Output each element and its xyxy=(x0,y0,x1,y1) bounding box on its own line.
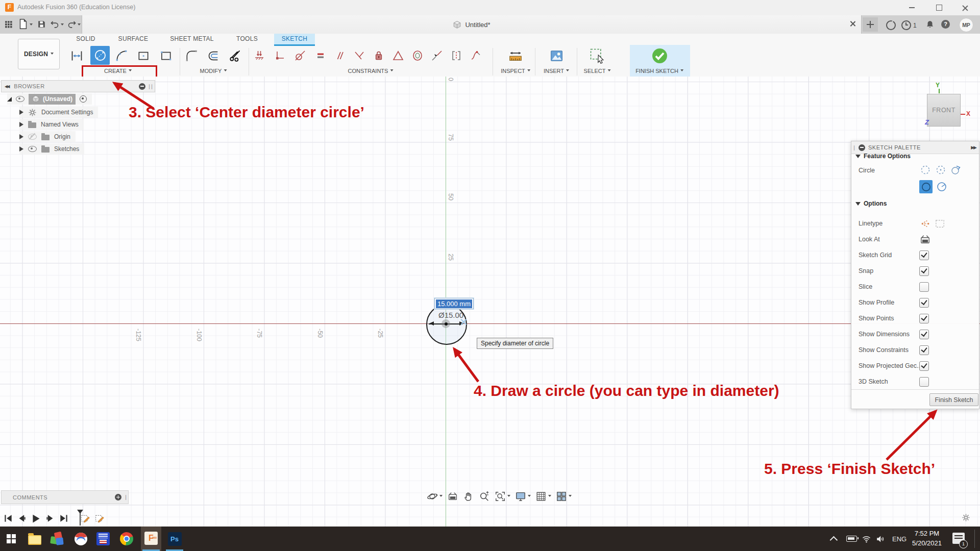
browser-item-unsaved[interactable]: (Unsaved) xyxy=(7,93,92,105)
collapsed-node-icon[interactable] xyxy=(19,122,23,127)
projected-linetype-icon[interactable] xyxy=(934,218,946,230)
arc-tool[interactable] xyxy=(113,47,130,64)
section-feature-options[interactable]: Feature Options xyxy=(855,153,911,160)
constraint-horizontal-vertical[interactable] xyxy=(251,47,268,64)
new-tab-button[interactable] xyxy=(863,17,878,32)
tab-sheet-metal[interactable]: SHEET METAL xyxy=(170,35,214,42)
clock-tray[interactable]: 7:52 PM 5/20/2021 xyxy=(909,527,945,551)
timeline-sketch-feature-2[interactable] xyxy=(94,513,105,524)
constraint-fix[interactable] xyxy=(370,47,387,64)
chrome-button[interactable] xyxy=(115,527,138,551)
extensions-button[interactable] xyxy=(886,20,896,30)
step-back-button[interactable] xyxy=(17,513,27,523)
visibility-eye-icon[interactable] xyxy=(28,146,37,152)
maximize-button[interactable] xyxy=(928,0,950,15)
panel-grip-icon[interactable]: ∣ xyxy=(853,145,855,151)
constraint-equal[interactable] xyxy=(312,47,329,64)
close-button[interactable] xyxy=(954,0,976,15)
redo-button[interactable] xyxy=(67,19,77,29)
group-select[interactable]: SELECT xyxy=(584,68,611,74)
app-grid-button[interactable] xyxy=(4,20,13,29)
viewports-button[interactable] xyxy=(556,491,572,502)
group-modify[interactable]: MODIFY xyxy=(200,68,227,74)
constraint-midpoint[interactable] xyxy=(428,47,446,64)
panel-minimize-icon[interactable] xyxy=(139,83,145,90)
view-cube[interactable]: FRONT xyxy=(927,94,961,127)
panel-grip-icon[interactable]: ∣∣ xyxy=(148,84,153,89)
browser-panel-header[interactable]: ◀◀ BROWSER ∣∣ xyxy=(1,80,155,92)
orbit-button[interactable] xyxy=(427,491,443,502)
group-finish-sketch[interactable]: FINISH SKETCH xyxy=(635,68,683,74)
sketch-dimension-tool[interactable] xyxy=(68,47,85,64)
circle-option-5-icon[interactable] xyxy=(936,181,948,193)
collapsed-node-icon[interactable] xyxy=(19,110,23,115)
pan-button[interactable] xyxy=(463,491,474,502)
help-button[interactable]: ? xyxy=(941,20,950,29)
tray-chevron-button[interactable] xyxy=(832,527,838,551)
trim-tool[interactable] xyxy=(226,47,243,64)
center-rectangle-tool[interactable] xyxy=(135,47,152,64)
step-forward-button[interactable] xyxy=(45,513,55,523)
group-insert[interactable]: INSERT xyxy=(544,68,569,74)
fillet-tool[interactable] xyxy=(183,47,200,64)
paint3d-button[interactable] xyxy=(46,527,68,551)
dock-arrows-icon[interactable]: ▶▶ xyxy=(971,145,976,150)
photoshop-button[interactable]: Ps xyxy=(163,527,186,551)
circle-option-1-icon[interactable] xyxy=(919,164,932,176)
notifications-button[interactable] xyxy=(925,20,935,29)
browser-item-named-views[interactable]: Named Views xyxy=(19,119,84,130)
show-dimensions-checkbox[interactable] xyxy=(919,330,929,339)
circle-option-3-icon[interactable] xyxy=(950,164,962,176)
battery-indicator[interactable] xyxy=(846,527,857,551)
section-options[interactable]: Options xyxy=(855,200,887,207)
browser-item-origin[interactable]: Origin xyxy=(19,131,76,142)
browser-item-sketches[interactable]: Sketches xyxy=(19,143,84,155)
fusion-360-taskbar-button[interactable]: F360 xyxy=(141,527,161,551)
insert-tool[interactable] xyxy=(548,47,565,64)
preferences-gear-button[interactable] xyxy=(962,513,970,522)
construction-linetype-icon[interactable] xyxy=(919,218,931,230)
tab-tools[interactable]: TOOLS xyxy=(236,35,258,42)
slice-checkbox[interactable] xyxy=(919,282,929,292)
active-component-radio-icon[interactable] xyxy=(80,95,87,103)
add-comment-icon[interactable] xyxy=(115,494,121,500)
fit-button[interactable] xyxy=(495,491,510,502)
constraint-tangent[interactable] xyxy=(291,47,309,64)
timeline-position-marker[interactable] xyxy=(80,510,81,525)
go-to-start-button[interactable] xyxy=(3,513,13,523)
finish-sketch-button[interactable] xyxy=(651,47,668,64)
avatar[interactable]: MP xyxy=(959,18,973,32)
job-status-button[interactable]: 1 xyxy=(901,20,917,30)
zoom-button[interactable] xyxy=(479,491,490,502)
grid-settings-button[interactable] xyxy=(535,491,551,502)
collapsed-node-icon[interactable] xyxy=(19,134,23,139)
show-points-checkbox[interactable] xyxy=(919,314,929,323)
panel-grip-icon[interactable]: ∣ xyxy=(125,494,127,500)
offset-tool[interactable] xyxy=(205,47,222,64)
finish-sketch-palette-button[interactable]: Finish Sketch xyxy=(929,393,978,406)
comments-bar[interactable]: COMMENTS ∣ xyxy=(1,490,129,504)
document-tab-close-button[interactable] xyxy=(850,20,856,27)
group-constraints[interactable]: CONSTRAINTS xyxy=(348,68,394,74)
constraint-symmetry[interactable] xyxy=(448,47,465,64)
start-button[interactable] xyxy=(0,527,22,551)
sketch-grid-checkbox[interactable] xyxy=(919,251,929,260)
document-tab[interactable]: Untitled* xyxy=(82,15,862,34)
tab-solid[interactable]: SOLID xyxy=(76,35,95,42)
inspect-tool[interactable] xyxy=(507,47,524,64)
constraint-coincident[interactable] xyxy=(271,47,288,64)
constraint-parallel[interactable] xyxy=(331,47,349,64)
visibility-eye-icon[interactable] xyxy=(16,96,24,102)
select-tool[interactable] xyxy=(589,47,606,64)
constraint-concentric[interactable] xyxy=(409,47,426,64)
tab-surface[interactable]: SURFACE xyxy=(118,35,149,42)
play-button[interactable] xyxy=(31,513,41,524)
sketch-canvas[interactable]: 0 75 50 25 -125 -100 -75 -50 -25 15.000 … xyxy=(0,77,980,527)
undo-button[interactable] xyxy=(50,19,60,29)
3d-sketch-checkbox[interactable] xyxy=(919,377,929,387)
snipping-tool-button[interactable] xyxy=(69,527,92,551)
constraint-polygon[interactable] xyxy=(389,47,407,64)
circle-option-2-icon[interactable] xyxy=(935,164,947,176)
look-at-icon[interactable] xyxy=(919,234,931,245)
diameter-input[interactable]: 15.000 mm xyxy=(434,298,474,309)
